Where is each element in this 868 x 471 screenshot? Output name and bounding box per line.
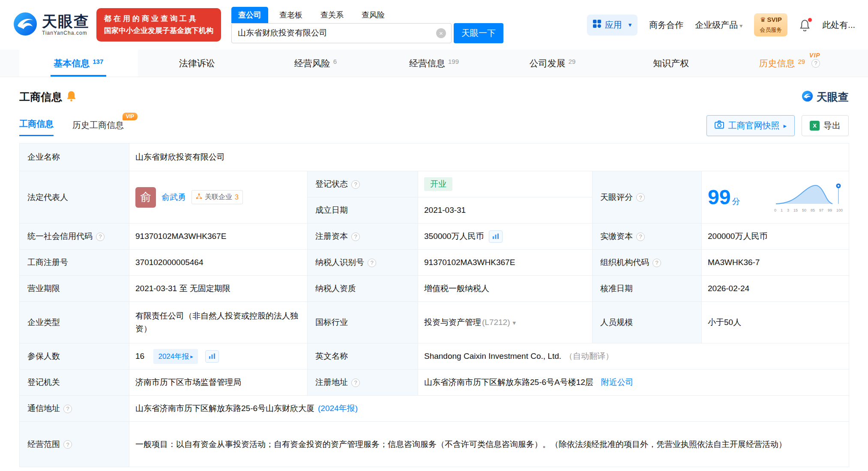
help-icon[interactable]: ? [636, 233, 645, 241]
tab-label: 经营信息 [409, 57, 445, 69]
export-button[interactable]: X 导出 [802, 115, 849, 136]
table-row: 工商注册号 370102000005464 纳税人识别号? 91370102MA… [20, 250, 849, 276]
tab-business-info[interactable]: 经营信息 199 [375, 50, 494, 77]
help-icon[interactable]: ? [63, 405, 72, 413]
capital-chart-icon[interactable] [489, 230, 503, 243]
label-reg-address: 注册地址? [308, 370, 418, 396]
subscribe-bell-icon[interactable] [66, 90, 76, 104]
tab-label: 基本信息 [54, 57, 90, 69]
status-badge: 开业 [424, 177, 452, 191]
value-taxpayer-quality: 增值税一般纳税人 [418, 276, 593, 302]
label-industry: 国标行业 [308, 302, 418, 343]
tab-history-info[interactable]: VIP 历史信息 29 ? [730, 50, 849, 77]
tab-intellectual-property[interactable]: 知识产权 [612, 50, 730, 77]
business-cooperation-link[interactable]: 商务合作 [649, 19, 683, 31]
help-icon[interactable]: ? [351, 180, 360, 189]
help-icon[interactable]: ? [652, 259, 661, 267]
table-row: 登记机关 济南市历下区市场监督管理局 注册地址? 山东省济南市历下区解放东路25… [20, 370, 849, 396]
table-row: 经营范围? 一般项目：以自有资金从事投资活动；自有资金投资的资产管理服务；信息咨… [20, 422, 849, 467]
watermark-logo-icon [802, 90, 813, 104]
legal-rep-link[interactable]: 俞武勇 [162, 192, 186, 203]
arrow-right-icon: ▸ [190, 353, 193, 360]
tab-count: 199 [448, 58, 459, 65]
tab-basic-info[interactable]: 基本信息 137 [19, 50, 138, 77]
label-mail-address: 通信地址? [20, 396, 129, 422]
primary-nav: 基本信息 137 法律诉讼 经营风险 6 经营信息 199 公司发展 29 知识… [0, 50, 868, 77]
tab-count: 29 [569, 58, 576, 65]
help-icon[interactable]: ? [351, 379, 360, 387]
search-tab-relation[interactable]: 查关系 [314, 7, 350, 23]
tianyancha-logo[interactable]: 天眼查 TianYanCha.com [13, 12, 90, 39]
value-paid-capital: 200000万人民币 [702, 224, 849, 250]
score-axis: 0131550859799100 [774, 208, 843, 212]
network-icon [196, 193, 202, 201]
label-approval-date: 核准日期 [593, 276, 702, 302]
avatar[interactable]: 俞 [135, 187, 156, 208]
value-business-term: 2021-03-31 至 无固定期限 [129, 276, 308, 302]
section-head: 工商信息 天眼查 [0, 77, 868, 104]
tab-legal-proceedings[interactable]: 法律诉讼 [138, 50, 257, 77]
value-taxpayer-id: 91370102MA3WHK367E [418, 250, 593, 276]
vip-badge: VIP [809, 52, 820, 59]
help-icon[interactable]: ? [63, 440, 72, 449]
label-establish-date: 成立日期 [308, 197, 418, 224]
help-icon[interactable]: ? [811, 59, 820, 68]
user-menu[interactable]: 此处有... [822, 19, 855, 31]
table-row: 企业名称 山东省财欣投资有限公司 [20, 143, 849, 171]
table-row: 营业期限 2021-03-31 至 无固定期限 纳税人资质 增值税一般纳税人 核… [20, 276, 849, 302]
svip-member-button[interactable]: ♛SVIP 会员服务 [754, 13, 787, 37]
label-taxpayer-id: 纳税人识别号? [308, 250, 418, 276]
label-company-name: 企业名称 [20, 143, 129, 171]
value-industry: 投资与资产管理(L7212)▾ [418, 302, 593, 343]
search-tab-risk[interactable]: 查风险 [355, 7, 392, 23]
watermark-text: 天眼查 [817, 90, 849, 104]
annual-report-link[interactable]: (2024年报) [318, 404, 358, 413]
nearby-companies-link[interactable]: 附近公司 [601, 378, 634, 387]
promo-banner: 都在用的商业查询工具 国家中小企业发展子基金旗下机构 [96, 8, 221, 42]
tab-operating-risk[interactable]: 经营风险 6 [256, 50, 375, 77]
help-icon[interactable]: ? [636, 193, 645, 202]
annual-report-badge[interactable]: 2024年报▸ [153, 349, 198, 364]
official-snapshot-button[interactable]: 工商官网快照 ▸ [706, 115, 795, 136]
value-reg-authority: 济南市历下区市场监督管理局 [129, 370, 308, 396]
label-staff-size: 人员规模 [593, 302, 702, 343]
search-tab-company[interactable]: 查公司 [231, 7, 268, 23]
enterprise-products-link[interactable]: 企业级产品▾ [695, 19, 742, 31]
search-input[interactable] [231, 23, 452, 43]
label-reg-authority: 登记机关 [20, 370, 129, 396]
apps-menu-button[interactable]: 应用 ▾ [587, 15, 638, 36]
value-mail-address: 山东省济南市历下区解放东路25-6号山东财欣大厦(2024年报) [129, 396, 849, 422]
value-staff-size: 小于50人 [702, 302, 849, 343]
subtab-history-registration[interactable]: 历史工商信息 VIP [72, 119, 124, 136]
help-icon[interactable]: ? [368, 259, 376, 267]
search-tab-boss[interactable]: 查老板 [272, 7, 309, 23]
search-tabs: 查公司 查老板 查关系 查风险 [231, 7, 503, 23]
crown-icon: ♛ [760, 16, 766, 24]
label-business-term: 营业期限 [20, 276, 129, 302]
value-approval-date: 2026-02-24 [702, 276, 849, 302]
help-icon[interactable]: ? [96, 233, 105, 241]
value-english-name: Shandong Caixin Investment Co., Ltd.（自动翻… [418, 343, 849, 370]
chevron-down-icon: ▾ [739, 22, 742, 29]
tab-company-development[interactable]: 公司发展 29 [493, 50, 612, 77]
enterprise-label: 企业级产品 [695, 20, 738, 30]
notifications-bell-icon[interactable] [799, 19, 811, 31]
search-button[interactable]: 天眼一下 [454, 23, 503, 43]
clear-search-icon[interactable]: × [436, 28, 446, 38]
subtab-business-registration[interactable]: 工商信息 [19, 118, 54, 136]
insured-chart-icon[interactable] [205, 350, 219, 363]
export-label: 导出 [823, 120, 841, 131]
related-companies-badge[interactable]: 关联企业 3 [192, 190, 243, 204]
value-company-name: 山东省财欣投资有限公司 [129, 143, 849, 171]
svip-label: SVIP [767, 16, 781, 24]
chevron-down-icon[interactable]: ▾ [513, 319, 516, 326]
value-org-code: MA3WHK36-7 [702, 250, 849, 276]
label-org-code: 组织机构代码? [593, 250, 702, 276]
value-reg-number: 370102000005464 [129, 250, 308, 276]
table-row: 统一社会信用代码? 91370102MA3WHK367E 注册资本? 35000… [20, 224, 849, 250]
tab-label: 经营风险 [294, 57, 330, 69]
help-icon[interactable]: ? [351, 233, 360, 241]
tab-label: 历史信息 [759, 57, 795, 69]
search-block: 查公司 查老板 查关系 查风险 × 天眼一下 [231, 7, 503, 43]
value-reg-capital: 350000万人民币 [418, 224, 593, 250]
